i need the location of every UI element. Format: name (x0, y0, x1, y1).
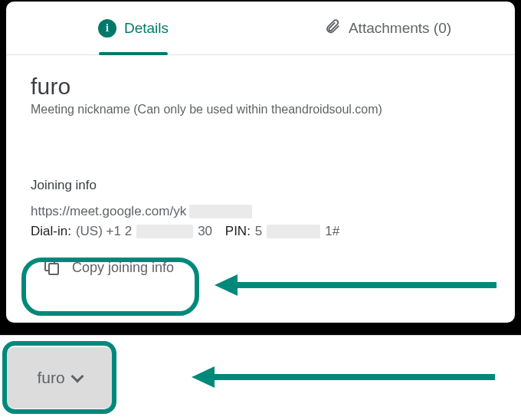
redacted-block (267, 225, 320, 238)
copy-joining-info-button[interactable]: Copy joining info (28, 250, 191, 285)
dial-in-prefix: (US) +1 2 (76, 224, 132, 239)
chevron-down-icon (70, 370, 84, 383)
tab-details[interactable]: i Details (6, 2, 260, 54)
tab-details-label: Details (124, 20, 169, 37)
chip-label: furo (37, 369, 64, 387)
info-icon: i (98, 19, 116, 38)
meeting-link: https://meet.google.com/yk (31, 204, 490, 219)
meeting-chip-button[interactable]: furo (6, 347, 113, 409)
joining-info-title: Joining info (31, 178, 490, 193)
tabs-bar: i Details Attachments (0) (6, 2, 515, 55)
meeting-nickname: furo (31, 74, 490, 100)
attachment-icon (324, 18, 341, 38)
dial-in-row: Dial-in: (US) +1 2 30 PIN: 5 1# (31, 224, 490, 239)
pin-suffix: 1# (325, 224, 339, 239)
dial-in-mid: 30 (198, 224, 212, 239)
meeting-subtext: Meeting nickname (Can only be used withi… (31, 103, 490, 116)
tab-underline (99, 52, 168, 55)
pin-prefix: 5 (255, 224, 262, 239)
card-content: furo Meeting nickname (Can only be used … (6, 55, 515, 293)
tab-attachments-label: Attachments (0) (349, 20, 451, 37)
copy-button-label: Copy joining info (72, 260, 174, 276)
redacted-block (189, 205, 252, 218)
copy-icon (44, 259, 61, 276)
redacted-block (136, 225, 193, 238)
meeting-link-text: https://meet.google.com/yk (31, 204, 186, 219)
dial-in-label: Dial-in: (31, 224, 71, 239)
pin-label: PIN: (225, 224, 251, 239)
details-card: i Details Attachments (0) furo Meeting n… (6, 2, 515, 323)
tab-attachments[interactable]: Attachments (0) (260, 2, 515, 54)
